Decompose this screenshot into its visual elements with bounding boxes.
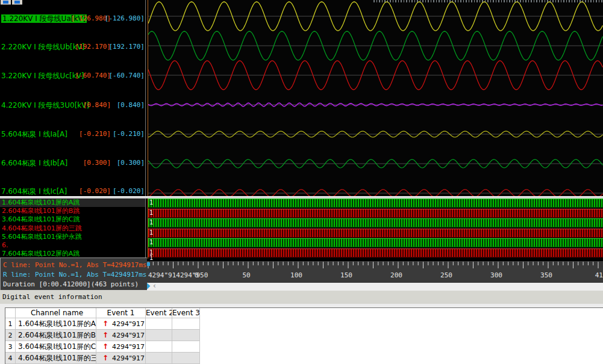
analog-channel-row[interactable]: 3.220KV Ⅰ 段母线Uc[kV][-60.740][-60.740] <box>0 72 145 80</box>
row-event1: ↑4294"917 ms <box>96 330 146 341</box>
header-num <box>5 308 16 318</box>
digital-channel-label[interactable]: 3.604柘泉Ⅰ线101屏的C跳 <box>0 215 145 224</box>
event-table-row[interactable]: 22.604柘泉Ⅰ线101屏的B跳↑4294"917 ms <box>5 330 603 341</box>
event-table-row[interactable]: 11.604柘泉Ⅰ线101屏的A跳↑4294"917 ms <box>5 318 603 330</box>
event1-time: 4294"917 ms <box>112 320 146 328</box>
digital-channel-bar: 1 <box>148 199 603 208</box>
r-cursor-value: [-0.210] <box>113 130 145 138</box>
row-event3 <box>172 353 200 364</box>
digital-bar-7-value: 1 <box>149 254 153 261</box>
digital-channel-panel: 1.604柘泉Ⅰ线101屏的A跳2.604柘泉Ⅰ线101屏的B跳3.604柘泉Ⅰ… <box>0 199 145 259</box>
digital-channel-label[interactable]: 2.604柘泉Ⅰ线101屏的B跳 <box>0 207 145 215</box>
header-event3: Event 3 <box>172 308 200 318</box>
event-table-row[interactable]: 44.604柘泉Ⅰ线101屏的三跳↑4294"917 ms <box>5 353 603 364</box>
row-number: 4 <box>5 353 16 364</box>
duration-status: Duration [0:00.412000](463 points) <box>3 280 139 288</box>
event-table-row[interactable]: 33.604柘泉Ⅰ线101屏的C跳↑4294"917 ms <box>5 341 603 353</box>
analog-channel-row[interactable]: 6.604柘泉 Ⅰ 线Ib[A][0.300][0.300] <box>0 159 145 167</box>
analog-digital-divider <box>0 196 603 199</box>
row-event2 <box>146 353 172 364</box>
row-event3 <box>172 330 200 341</box>
r-cursor-value: [-0.020] <box>113 187 145 196</box>
row-event2 <box>146 330 172 341</box>
waveform-canvas <box>148 0 603 196</box>
toolbar-button-prev[interactable] <box>1 0 11 5</box>
event1-time: 4294"917 ms <box>112 354 146 362</box>
axis-tick-label: 0 <box>195 271 199 279</box>
r-cursor-value: [-126.980] <box>105 14 145 23</box>
analog-channel-row[interactable]: 7.604柘泉 Ⅰ 线Ic[A][-0.020][-0.020] <box>0 187 145 196</box>
r-cursor-value: [192.170] <box>108 43 145 51</box>
rising-edge-icon: ↑ <box>102 331 108 339</box>
axis-start-time-label: 4294"914294"950 <box>148 271 208 279</box>
event-table-header: Channel name Event 1 Event 2 Event 3 <box>5 308 603 318</box>
scroll-left-icon[interactable]: ‹ <box>153 282 156 290</box>
digital-bar-area: 111111 <box>148 199 603 259</box>
row-channel-name: 4.604柘泉Ⅰ线101屏的三跳 <box>16 353 96 364</box>
digital-bar-value: 1 <box>149 229 153 236</box>
r-line-status: R line: Point No.=1, Abs T=4294917ms, Re… <box>3 271 147 279</box>
header-event2: Event 2 <box>146 308 172 318</box>
event-table: Channel name Event 1 Event 2 Event 3 11.… <box>5 307 603 364</box>
row-number: 1 <box>5 318 16 330</box>
header-channel-name: Channel name <box>16 308 96 318</box>
time-axis[interactable]: 4294"914294"950 41 050100150200250300350 <box>147 261 603 283</box>
row-event2 <box>146 318 172 330</box>
analog-channel-row[interactable]: 2.220KV Ⅰ 段母线Ub[kV][192.170][192.170] <box>0 43 145 51</box>
waveform-area[interactable] <box>148 0 603 196</box>
header-event1: Event 1 <box>96 308 146 318</box>
toolbar-button-next[interactable] <box>12 0 22 5</box>
rising-edge-icon: ↑ <box>102 342 108 351</box>
digital-channel-label[interactable]: 6. <box>0 241 145 250</box>
axis-tick-label: 250 <box>440 271 452 279</box>
digital-channel-label[interactable]: 5.604柘泉Ⅰ线101保护永跳 <box>0 233 145 241</box>
horizontal-scrollbar[interactable]: ‹ <box>147 283 603 291</box>
digital-channel-bar: 1 <box>148 209 603 218</box>
digital-bar-value: 1 <box>149 209 153 217</box>
c-cursor-value: [192.170] <box>75 43 111 51</box>
cursor-flag-icon[interactable] <box>147 262 150 266</box>
r-cursor-value: [-60.740] <box>108 72 145 80</box>
analog-channel-label[interactable]: 7.604柘泉 Ⅰ 线Ic[A] <box>1 187 67 196</box>
rising-edge-icon: ↑ <box>102 319 108 328</box>
c-line-status: C line: Point No.=1, Abs T=4294917ms, Re… <box>3 261 147 269</box>
clipped-title-text <box>373 0 603 2</box>
axis-tick-label: 50 <box>242 271 250 279</box>
digital-bar-value: 1 <box>149 219 153 226</box>
analog-channel-label[interactable]: 3.220KV Ⅰ 段母线Uc[kV] <box>1 72 84 80</box>
analog-channel-label[interactable]: 4.220KV Ⅰ 段母线3U0[kV] <box>1 101 89 110</box>
digital-channel-bar: 1 <box>148 229 603 238</box>
r-cursor-value: [0.840] <box>117 101 145 110</box>
analog-channel-row[interactable]: 1.220KV Ⅰ 段母线Ua[kV][-126.980][-126.980] <box>0 14 145 23</box>
c-cursor-line[interactable] <box>148 0 148 259</box>
digital-channel-label[interactable]: 1.604柘泉Ⅰ线101屏的A跳 <box>0 199 145 207</box>
analog-channel-row[interactable]: 4.220KV Ⅰ 段母线3U0[kV][0.840][0.840] <box>0 101 145 110</box>
axis-tick-label: 150 <box>340 271 352 279</box>
event1-time: 4294"917 ms <box>112 343 146 351</box>
blue-arrow-icon <box>3 1 8 4</box>
digital-channel-bar: 1 <box>148 238 603 247</box>
c-cursor-value: [0.300] <box>83 159 111 167</box>
digital-channel-bar: 1 <box>148 218 603 227</box>
row-event1: ↑4294"917 ms <box>96 353 146 364</box>
event-info-title: Digital event information <box>2 293 102 301</box>
analog-channel-label[interactable]: 6.604柘泉 Ⅰ 线Ib[A] <box>1 159 67 167</box>
wave-analysis-window: 1.220KV Ⅰ 段母线Ua[kV][-126.980][-126.980]2… <box>0 0 603 364</box>
axis-tick-label: 200 <box>390 271 402 279</box>
rising-edge-icon: ↑ <box>102 354 108 362</box>
c-cursor-value: [-60.740] <box>75 72 111 80</box>
digital-bar-value: 1 <box>149 199 153 206</box>
event-table-pane: Channel name Event 1 Event 2 Event 3 11.… <box>0 304 603 364</box>
c-cursor-value: [-0.210] <box>79 130 111 138</box>
analog-channel-label[interactable]: 2.220KV Ⅰ 段母线Ub[kV] <box>1 43 85 51</box>
blue-arrow-icon <box>14 1 20 4</box>
r-cursor-value: [0.300] <box>117 159 145 167</box>
time-ruler <box>147 262 603 270</box>
analog-channel-row[interactable]: 5.604柘泉 Ⅰ 线Ia[A][-0.210][-0.210] <box>0 130 145 138</box>
axis-tick-label: 350 <box>540 271 552 279</box>
c-cursor-value: [0.840] <box>83 101 111 110</box>
axis-end-time-label: 41 <box>595 271 603 279</box>
digital-bar-value: 1 <box>149 239 153 246</box>
digital-channel-label[interactable]: 4.604柘泉Ⅰ线101屏的三跳 <box>0 224 145 233</box>
analog-channel-label[interactable]: 5.604柘泉 Ⅰ 线Ia[A] <box>1 130 67 138</box>
